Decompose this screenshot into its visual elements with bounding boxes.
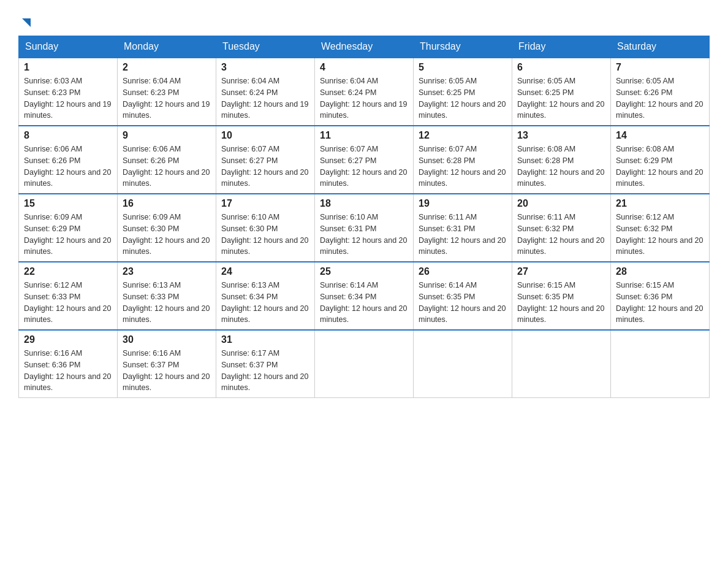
calendar-cell: 24 Sunrise: 6:13 AM Sunset: 6:34 PM Dayl… (216, 262, 315, 330)
calendar-cell: 13 Sunrise: 6:08 AM Sunset: 6:28 PM Dayl… (512, 126, 611, 194)
day-info: Sunrise: 6:07 AM Sunset: 6:28 PM Dayligh… (419, 144, 507, 190)
day-number: 2 (123, 62, 211, 73)
day-info: Sunrise: 6:11 AM Sunset: 6:32 PM Dayligh… (517, 212, 605, 258)
weekday-header-thursday: Thursday (414, 36, 512, 58)
calendar-cell: 10 Sunrise: 6:07 AM Sunset: 6:27 PM Dayl… (216, 126, 315, 194)
day-info: Sunrise: 6:03 AM Sunset: 6:23 PM Dayligh… (24, 75, 112, 121)
day-info: Sunrise: 6:14 AM Sunset: 6:34 PM Dayligh… (320, 280, 408, 326)
day-number: 11 (320, 130, 408, 141)
day-info: Sunrise: 6:11 AM Sunset: 6:31 PM Dayligh… (419, 212, 507, 258)
day-info: Sunrise: 6:08 AM Sunset: 6:28 PM Dayligh… (517, 144, 605, 190)
day-info: Sunrise: 6:13 AM Sunset: 6:33 PM Dayligh… (123, 280, 211, 326)
weekday-header-monday: Monday (118, 36, 216, 58)
calendar-cell: 31 Sunrise: 6:17 AM Sunset: 6:37 PM Dayl… (216, 330, 315, 398)
calendar-cell: 19 Sunrise: 6:11 AM Sunset: 6:31 PM Dayl… (414, 194, 512, 262)
day-info: Sunrise: 6:06 AM Sunset: 6:26 PM Dayligh… (123, 144, 211, 190)
calendar-week-5: 29 Sunrise: 6:16 AM Sunset: 6:36 PM Dayl… (19, 330, 710, 398)
day-info: Sunrise: 6:13 AM Sunset: 6:34 PM Dayligh… (221, 280, 309, 326)
day-number: 13 (517, 130, 605, 141)
day-number: 21 (616, 198, 704, 209)
day-number: 14 (616, 130, 704, 141)
day-info: Sunrise: 6:15 AM Sunset: 6:36 PM Dayligh… (616, 280, 704, 326)
calendar-week-1: 1 Sunrise: 6:03 AM Sunset: 6:23 PM Dayli… (19, 58, 710, 126)
day-number: 10 (221, 130, 309, 141)
calendar-cell: 12 Sunrise: 6:07 AM Sunset: 6:28 PM Dayl… (414, 126, 512, 194)
day-number: 1 (24, 62, 112, 73)
calendar-week-2: 8 Sunrise: 6:06 AM Sunset: 6:26 PM Dayli… (19, 126, 710, 194)
day-number: 8 (24, 130, 112, 141)
day-info: Sunrise: 6:05 AM Sunset: 6:25 PM Dayligh… (517, 75, 605, 121)
day-number: 17 (221, 198, 309, 209)
weekday-header-friday: Friday (512, 36, 611, 58)
day-number: 26 (419, 266, 507, 277)
day-number: 4 (320, 62, 408, 73)
weekday-header-wednesday: Wednesday (315, 36, 414, 58)
calendar-cell: 6 Sunrise: 6:05 AM Sunset: 6:25 PM Dayli… (512, 58, 611, 126)
calendar-cell: 5 Sunrise: 6:05 AM Sunset: 6:25 PM Dayli… (414, 58, 512, 126)
calendar-cell: 15 Sunrise: 6:09 AM Sunset: 6:29 PM Dayl… (19, 194, 118, 262)
calendar-cell: 30 Sunrise: 6:16 AM Sunset: 6:37 PM Dayl… (118, 330, 216, 398)
calendar-week-3: 15 Sunrise: 6:09 AM Sunset: 6:29 PM Dayl… (19, 194, 710, 262)
weekday-header-tuesday: Tuesday (216, 36, 315, 58)
calendar-cell (512, 330, 611, 398)
day-info: Sunrise: 6:06 AM Sunset: 6:26 PM Dayligh… (24, 144, 112, 190)
calendar-cell: 17 Sunrise: 6:10 AM Sunset: 6:30 PM Dayl… (216, 194, 315, 262)
day-info: Sunrise: 6:17 AM Sunset: 6:37 PM Dayligh… (221, 348, 309, 394)
day-number: 27 (517, 266, 605, 277)
calendar-cell: 21 Sunrise: 6:12 AM Sunset: 6:32 PM Dayl… (611, 194, 710, 262)
calendar-cell: 3 Sunrise: 6:04 AM Sunset: 6:24 PM Dayli… (216, 58, 315, 126)
day-info: Sunrise: 6:04 AM Sunset: 6:24 PM Dayligh… (221, 75, 309, 121)
calendar-cell: 28 Sunrise: 6:15 AM Sunset: 6:36 PM Dayl… (611, 262, 710, 330)
day-info: Sunrise: 6:12 AM Sunset: 6:33 PM Dayligh… (24, 280, 112, 326)
calendar-cell: 22 Sunrise: 6:12 AM Sunset: 6:33 PM Dayl… (19, 262, 118, 330)
calendar-cell: 1 Sunrise: 6:03 AM Sunset: 6:23 PM Dayli… (19, 58, 118, 126)
day-number: 29 (24, 334, 112, 345)
day-number: 24 (221, 266, 309, 277)
day-number: 31 (221, 334, 309, 345)
calendar-cell: 27 Sunrise: 6:15 AM Sunset: 6:35 PM Dayl… (512, 262, 611, 330)
calendar-cell (315, 330, 414, 398)
day-number: 19 (419, 198, 507, 209)
calendar-cell: 4 Sunrise: 6:04 AM Sunset: 6:24 PM Dayli… (315, 58, 414, 126)
calendar-cell: 25 Sunrise: 6:14 AM Sunset: 6:34 PM Dayl… (315, 262, 414, 330)
calendar-cell: 18 Sunrise: 6:10 AM Sunset: 6:31 PM Dayl… (315, 194, 414, 262)
day-number: 16 (123, 198, 211, 209)
svg-marker-0 (22, 18, 31, 27)
day-number: 5 (419, 62, 507, 73)
day-info: Sunrise: 6:05 AM Sunset: 6:26 PM Dayligh… (616, 75, 704, 121)
day-info: Sunrise: 6:16 AM Sunset: 6:36 PM Dayligh… (24, 348, 112, 394)
day-number: 22 (24, 266, 112, 277)
day-info: Sunrise: 6:08 AM Sunset: 6:29 PM Dayligh… (616, 144, 704, 190)
day-info: Sunrise: 6:09 AM Sunset: 6:29 PM Dayligh… (24, 212, 112, 258)
day-number: 6 (517, 62, 605, 73)
calendar-cell: 2 Sunrise: 6:04 AM Sunset: 6:23 PM Dayli… (118, 58, 216, 126)
day-number: 15 (24, 198, 112, 209)
calendar-cell: 20 Sunrise: 6:11 AM Sunset: 6:32 PM Dayl… (512, 194, 611, 262)
calendar-cell: 29 Sunrise: 6:16 AM Sunset: 6:36 PM Dayl… (19, 330, 118, 398)
day-info: Sunrise: 6:15 AM Sunset: 6:35 PM Dayligh… (517, 280, 605, 326)
day-number: 3 (221, 62, 309, 73)
day-info: Sunrise: 6:09 AM Sunset: 6:30 PM Dayligh… (123, 212, 211, 258)
calendar-cell: 8 Sunrise: 6:06 AM Sunset: 6:26 PM Dayli… (19, 126, 118, 194)
day-info: Sunrise: 6:10 AM Sunset: 6:31 PM Dayligh… (320, 212, 408, 258)
day-info: Sunrise: 6:04 AM Sunset: 6:23 PM Dayligh… (123, 75, 211, 121)
day-number: 18 (320, 198, 408, 209)
day-info: Sunrise: 6:05 AM Sunset: 6:25 PM Dayligh… (419, 75, 507, 121)
day-info: Sunrise: 6:16 AM Sunset: 6:37 PM Dayligh… (123, 348, 211, 394)
day-info: Sunrise: 6:07 AM Sunset: 6:27 PM Dayligh… (320, 144, 408, 190)
day-number: 23 (123, 266, 211, 277)
day-info: Sunrise: 6:04 AM Sunset: 6:24 PM Dayligh… (320, 75, 408, 121)
day-info: Sunrise: 6:14 AM Sunset: 6:35 PM Dayligh… (419, 280, 507, 326)
page-header (18, 12, 710, 29)
day-info: Sunrise: 6:10 AM Sunset: 6:30 PM Dayligh… (221, 212, 309, 258)
day-number: 9 (123, 130, 211, 141)
calendar-cell (414, 330, 512, 398)
calendar-table: SundayMondayTuesdayWednesdayThursdayFrid… (18, 36, 710, 398)
day-number: 25 (320, 266, 408, 277)
calendar-cell: 16 Sunrise: 6:09 AM Sunset: 6:30 PM Dayl… (118, 194, 216, 262)
day-number: 12 (419, 130, 507, 141)
calendar-cell: 26 Sunrise: 6:14 AM Sunset: 6:35 PM Dayl… (414, 262, 512, 330)
logo (18, 18, 33, 29)
day-number: 30 (123, 334, 211, 345)
calendar-cell (611, 330, 710, 398)
